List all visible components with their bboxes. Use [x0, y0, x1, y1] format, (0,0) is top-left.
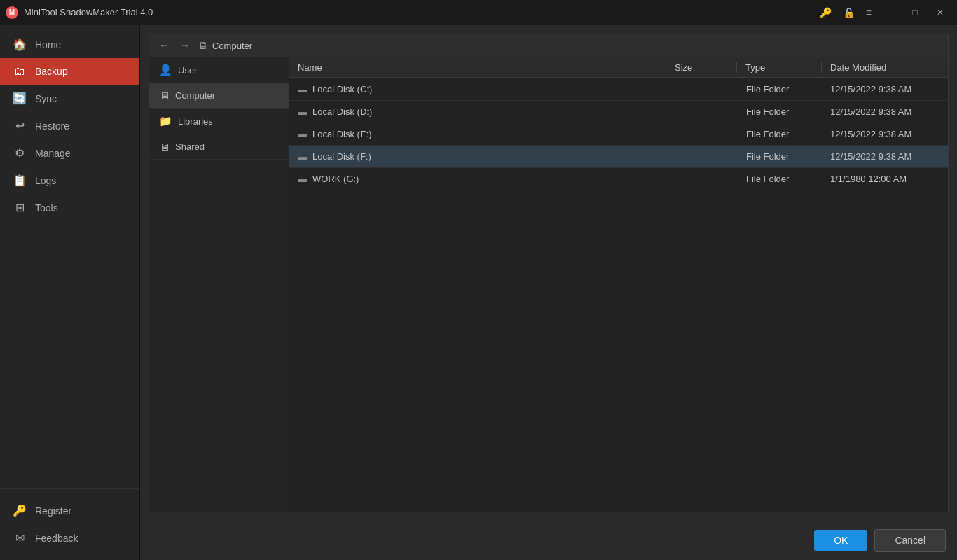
menu-icon[interactable]: ≡: [862, 4, 876, 21]
tree-item-shared[interactable]: 🖥 Shared: [149, 134, 289, 160]
bottom-bar: OK Cancel: [140, 521, 957, 560]
key-icon[interactable]: 🔑: [815, 4, 836, 21]
back-button[interactable]: ←: [156, 38, 172, 52]
sidebar-item-manage-label: Manage: [35, 148, 71, 159]
col-header-type: Type: [737, 62, 821, 73]
file-cell-type: File Folder: [738, 129, 822, 139]
file-cell-name: ▬ WORK (G:): [289, 174, 668, 184]
sidebar-item-backup-label: Backup: [35, 66, 68, 77]
backup-icon: 🗂: [13, 65, 27, 78]
file-cell-type: File Folder: [738, 84, 822, 94]
minimize-button[interactable]: ─: [879, 3, 901, 22]
file-row[interactable]: ▬ Local Disk (D:) File Folder 12/15/2022…: [289, 101, 948, 123]
file-cell-type: File Folder: [738, 174, 822, 184]
file-cell-name: ▬ Local Disk (C:): [289, 84, 668, 94]
sidebar-nav: 🏠 Home 🗂 Backup 🔄 Sync ↩ Restore ⚙ Manag…: [0, 25, 139, 488]
logs-icon: 📋: [13, 174, 27, 187]
sidebar-item-logs-label: Logs: [35, 175, 56, 186]
maximize-button[interactable]: □: [904, 3, 926, 22]
sidebar-item-logs[interactable]: 📋 Logs: [0, 167, 139, 194]
file-list: Name Size Type Date Modified ▬ Local Dis…: [289, 57, 948, 512]
shared-tree-icon: 🖥: [159, 141, 170, 153]
tree-item-computer-label: Computer: [175, 90, 215, 101]
libraries-tree-icon: 📁: [159, 115, 172, 127]
sidebar-bottom: 🔑 Register ✉ Feedback: [0, 488, 139, 560]
sidebar-item-tools-label: Tools: [35, 202, 58, 214]
disk-icon: ▬: [298, 174, 307, 184]
tree-item-shared-label: Shared: [175, 141, 205, 152]
file-browser: ← → 🖥 Computer 👤 User 🖥 Com: [149, 34, 949, 512]
browser-toolbar: ← → 🖥 Computer: [149, 34, 948, 57]
manage-icon: ⚙: [13, 146, 27, 160]
sidebar: 🏠 Home 🗂 Backup 🔄 Sync ↩ Restore ⚙ Manag…: [0, 25, 140, 560]
sidebar-item-restore[interactable]: ↩ Restore: [0, 112, 139, 139]
disk-icon: ▬: [298, 151, 307, 162]
sidebar-item-backup[interactable]: 🗂 Backup: [0, 58, 139, 85]
file-cell-date: 1/1/1980 12:00 AM: [822, 174, 948, 184]
file-row[interactable]: ▬ Local Disk (C:) File Folder 12/15/2022…: [289, 78, 948, 101]
tree-item-user-label: User: [178, 65, 197, 76]
col-header-date: Date Modified: [822, 62, 948, 73]
sync-icon: 🔄: [13, 92, 27, 105]
sidebar-item-tools[interactable]: ⊞ Tools: [0, 194, 139, 221]
tree-item-user[interactable]: 👤 User: [149, 57, 289, 83]
computer-tree-icon: 🖥: [159, 90, 170, 102]
forward-button[interactable]: →: [177, 38, 193, 52]
app-title: MiniTool ShadowMaker Trial 4.0: [24, 7, 810, 18]
window-controls: 🔑 🔒 ≡ ─ □ ✕: [815, 3, 951, 22]
file-row[interactable]: ▬ Local Disk (F:) File Folder 12/15/2022…: [289, 146, 948, 168]
tree-item-libraries[interactable]: 📁 Libraries: [149, 108, 289, 134]
sidebar-item-sync[interactable]: 🔄 Sync: [0, 85, 139, 112]
file-cell-name: ▬ Local Disk (E:): [289, 129, 668, 139]
title-bar: M MiniTool ShadowMaker Trial 4.0 🔑 🔒 ≡ ─…: [0, 0, 957, 25]
sidebar-item-register[interactable]: 🔑 Register: [0, 497, 139, 524]
sidebar-item-home[interactable]: 🏠 Home: [0, 31, 139, 58]
file-row[interactable]: ▬ WORK (G:) File Folder 1/1/1980 12:00 A…: [289, 168, 948, 190]
app-layout: 🏠 Home 🗂 Backup 🔄 Sync ↩ Restore ⚙ Manag…: [0, 25, 957, 560]
app-logo: M: [6, 6, 18, 19]
disk-icon: ▬: [298, 106, 307, 117]
disk-icon: ▬: [298, 84, 307, 94]
lock-icon[interactable]: 🔒: [839, 4, 859, 21]
register-icon: 🔑: [13, 504, 27, 517]
col-header-size: Size: [666, 62, 736, 73]
close-button[interactable]: ✕: [929, 3, 951, 22]
file-row[interactable]: ▬ Local Disk (E:) File Folder 12/15/2022…: [289, 123, 948, 146]
tree-panel: 👤 User 🖥 Computer 📁 Libraries 🖥 Shared: [149, 57, 289, 512]
browser-body: 👤 User 🖥 Computer 📁 Libraries 🖥 Shared: [149, 57, 948, 512]
file-cell-date: 12/15/2022 9:38 AM: [822, 151, 948, 162]
user-tree-icon: 👤: [159, 64, 172, 76]
file-cell-date: 12/15/2022 9:38 AM: [822, 106, 948, 117]
main-content: ← → 🖥 Computer 👤 User 🖥 Com: [140, 25, 957, 560]
tree-item-computer[interactable]: 🖥 Computer: [149, 83, 289, 108]
file-cell-name: ▬ Local Disk (D:): [289, 106, 668, 117]
sidebar-item-feedback[interactable]: ✉ Feedback: [0, 524, 139, 552]
file-rows-container: ▬ Local Disk (C:) File Folder 12/15/2022…: [289, 78, 948, 190]
sidebar-item-register-label: Register: [35, 505, 71, 517]
file-cell-type: File Folder: [738, 106, 822, 117]
sidebar-item-sync-label: Sync: [35, 93, 57, 104]
file-cell-type: File Folder: [738, 151, 822, 162]
sidebar-item-manage[interactable]: ⚙ Manage: [0, 139, 139, 167]
file-cell-name: ▬ Local Disk (F:): [289, 151, 668, 162]
col-header-name: Name: [289, 62, 666, 73]
file-cell-date: 12/15/2022 9:38 AM: [822, 129, 948, 139]
tree-item-libraries-label: Libraries: [178, 116, 213, 127]
ok-button[interactable]: OK: [814, 530, 867, 551]
file-list-header: Name Size Type Date Modified: [289, 57, 948, 78]
tools-icon: ⊞: [13, 201, 27, 214]
sidebar-item-restore-label: Restore: [35, 120, 69, 132]
computer-breadcrumb-icon: 🖥: [198, 40, 208, 51]
sidebar-item-feedback-label: Feedback: [35, 533, 78, 544]
cancel-button[interactable]: Cancel: [874, 529, 946, 552]
restore-icon: ↩: [13, 119, 27, 132]
file-cell-date: 12/15/2022 9:38 AM: [822, 84, 948, 94]
sidebar-item-home-label: Home: [35, 39, 61, 50]
breadcrumb: 🖥 Computer: [198, 40, 252, 51]
home-icon: 🏠: [13, 38, 27, 51]
disk-icon: ▬: [298, 129, 307, 139]
feedback-icon: ✉: [13, 531, 27, 545]
breadcrumb-label: Computer: [212, 41, 252, 51]
